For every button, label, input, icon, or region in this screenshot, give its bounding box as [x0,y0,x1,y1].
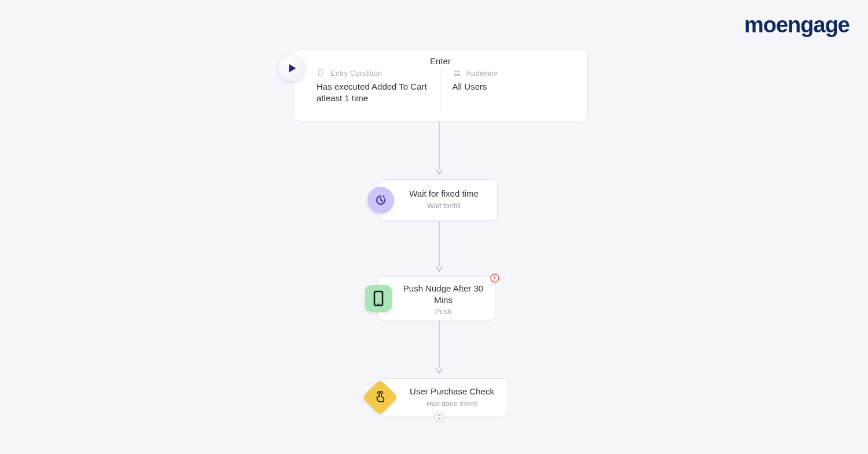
branch-handle-icon[interactable] [434,412,444,422]
connector-line [439,320,440,368]
push-subtitle: Push [401,308,486,316]
connector-line [439,121,440,169]
audience-value: All Users [453,81,567,93]
svg-rect-5 [377,304,380,305]
push-title: Push Nudge After 30 Mins [401,283,486,305]
mobile-icon [365,285,392,312]
clock-refresh-icon [367,187,394,213]
check-node[interactable]: User Purchase Check Has done event [380,378,508,416]
check-subtitle: Has done event [406,400,498,408]
arrowhead-icon [436,368,443,374]
svg-point-2 [454,71,457,73]
svg-point-3 [457,71,459,73]
brand-logo-text: moengage [744,13,849,37]
wait-title: Wait for fixed time [400,188,488,200]
enter-node[interactable]: Enter Entry Condition Has executed Added… [293,50,588,121]
svg-rect-8 [494,280,495,281]
people-icon [453,68,462,77]
arrowhead-icon [436,169,443,175]
flow-canvas[interactable]: moengage Enter Entry Condition Has exe [0,0,868,454]
svg-rect-0 [319,70,322,76]
svg-rect-4 [374,291,382,305]
door-icon [317,68,326,77]
enter-title: Enter [293,50,587,66]
svg-point-1 [321,72,321,73]
audience-label: Audience [466,69,498,77]
tap-icon [362,379,398,415]
connector-line [439,221,440,266]
alert-icon [490,274,499,283]
entry-condition-column: Entry Condition Has executed Added To Ca… [317,68,440,113]
check-title: User Purchase Check [406,386,498,397]
wait-node[interactable]: Wait for fixed time Wait for/till [380,179,498,221]
svg-rect-7 [494,276,495,279]
audience-column: Audience All Users [440,68,576,113]
push-node[interactable]: Push Nudge After 30 Mins Push [377,276,495,320]
entry-condition-value: Has executed Added To Cart atleast 1 tim… [317,81,431,105]
play-icon [278,55,305,82]
brand-logo: moengage [744,13,849,38]
arrowhead-icon [436,266,443,272]
entry-condition-label: Entry Condition [330,69,382,77]
wait-subtitle: Wait for/till [400,202,488,210]
